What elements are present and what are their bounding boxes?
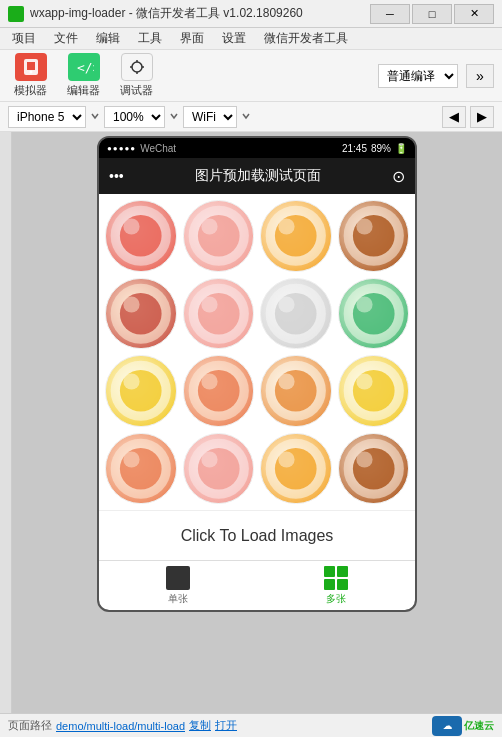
svg-point-32 <box>356 296 372 312</box>
single-icon <box>166 566 190 590</box>
svg-point-44 <box>356 373 372 389</box>
device-bar: iPhone 5 100% WiFi ◀ ▶ <box>0 102 502 132</box>
tab-multi[interactable]: 多张 <box>257 562 415 610</box>
time-display: 21:45 <box>342 143 367 154</box>
logo-icon: ☁ <box>432 716 462 736</box>
forward-button[interactable]: ▶ <box>470 106 494 128</box>
food-item-11 <box>260 355 332 427</box>
window-controls: ─ □ ✕ <box>370 4 494 24</box>
chevron-down-icon <box>90 109 100 125</box>
image-grid <box>99 194 415 510</box>
minimize-button[interactable]: ─ <box>370 4 410 24</box>
food-item-5 <box>105 278 177 350</box>
status-left: ●●●●● WeChat <box>107 143 342 154</box>
menu-item-工具[interactable]: 工具 <box>130 28 170 49</box>
svg-point-14 <box>201 218 217 234</box>
logo-area: ☁ 亿速云 <box>432 716 494 736</box>
multi-icon <box>324 566 348 590</box>
tab-single[interactable]: 单张 <box>99 562 257 610</box>
simulator-tool-button[interactable]: 模拟器 <box>8 49 53 102</box>
svg-point-4 <box>132 62 142 72</box>
svg-rect-1 <box>27 62 35 70</box>
open-button[interactable]: 打开 <box>215 718 237 733</box>
battery-indicator: 89% <box>371 143 391 154</box>
menu-item-项目[interactable]: 项目 <box>4 28 44 49</box>
svg-point-29 <box>278 296 294 312</box>
nav-bar: ••• 图片预加载测试页面 ⊙ <box>99 158 415 194</box>
compile-mode-select[interactable]: 普通编译 <box>378 64 458 88</box>
battery-icon: 🔋 <box>395 143 407 154</box>
page-path-label: 页面路径 <box>8 718 52 733</box>
close-button[interactable]: ✕ <box>454 4 494 24</box>
menu-item-设置[interactable]: 设置 <box>214 28 254 49</box>
app-name: WeChat <box>140 143 176 154</box>
device-select[interactable]: iPhone 5 <box>8 106 86 128</box>
food-item-4 <box>338 200 410 272</box>
tab-single-label: 单张 <box>168 592 188 606</box>
food-item-16 <box>338 433 410 505</box>
food-item-1 <box>105 200 177 272</box>
svg-point-11 <box>123 218 139 234</box>
food-item-3 <box>260 200 332 272</box>
food-item-6 <box>183 278 255 350</box>
editor-icon: </> <box>68 53 100 81</box>
food-item-15 <box>260 433 332 505</box>
left-sidebar <box>0 132 12 713</box>
logo-text: ☁ <box>443 721 452 731</box>
food-item-8 <box>338 278 410 350</box>
menu-item-文件[interactable]: 文件 <box>46 28 86 49</box>
svg-point-47 <box>123 451 139 467</box>
nav-title: 图片预加载测试页面 <box>124 167 392 185</box>
simulator-icon <box>15 53 47 81</box>
nav-more-icon[interactable]: ••• <box>109 168 124 184</box>
food-item-2 <box>183 200 255 272</box>
bottom-bar: 页面路径 demo/multi-load/multi-load 复制 打开 ☁ … <box>0 713 502 737</box>
food-item-10 <box>183 355 255 427</box>
menu-item-编辑[interactable]: 编辑 <box>88 28 128 49</box>
svg-text:</>: </> <box>77 60 94 75</box>
window-title: wxapp-img-loader - 微信开发者工具 v1.02.1809260 <box>30 5 370 22</box>
food-item-12 <box>338 355 410 427</box>
svg-point-38 <box>201 373 217 389</box>
app-icon <box>8 6 24 22</box>
svg-point-20 <box>356 218 372 234</box>
svg-point-26 <box>201 296 217 312</box>
svg-point-23 <box>123 296 139 312</box>
svg-point-2 <box>29 71 32 74</box>
simulator-label: 模拟器 <box>14 83 47 98</box>
load-images-button[interactable]: Click To Load Images <box>99 510 415 560</box>
nav-circle-icon[interactable]: ⊙ <box>392 167 405 186</box>
copy-button[interactable]: 复制 <box>189 718 211 733</box>
tab-bar: 单张 多张 <box>99 560 415 610</box>
svg-point-50 <box>201 451 217 467</box>
svg-point-35 <box>123 373 139 389</box>
svg-point-53 <box>278 451 294 467</box>
maximize-button[interactable]: □ <box>412 4 452 24</box>
svg-point-41 <box>278 373 294 389</box>
debug-label: 调试器 <box>120 83 153 98</box>
debug-icon <box>121 53 153 81</box>
main-area: ●●●●● WeChat 21:45 89% 🔋 ••• 图片预加载测试页面 ⊙ <box>0 132 502 713</box>
page-path-value: demo/multi-load/multi-load <box>56 720 185 732</box>
zoom-select[interactable]: 100% <box>104 106 165 128</box>
status-right: 21:45 89% 🔋 <box>342 143 407 154</box>
menu-bar: 项目文件编辑工具界面设置微信开发者工具 <box>0 28 502 50</box>
editor-label: 编辑器 <box>67 83 100 98</box>
food-item-13 <box>105 433 177 505</box>
menu-item-微信开发者工具[interactable]: 微信开发者工具 <box>256 28 356 49</box>
food-item-9 <box>105 355 177 427</box>
tab-multi-label: 多张 <box>326 592 346 606</box>
chevron-down-icon-2 <box>169 109 179 125</box>
more-tools-button[interactable]: » <box>466 64 494 88</box>
menu-item-界面[interactable]: 界面 <box>172 28 212 49</box>
network-select[interactable]: WiFi <box>183 106 237 128</box>
editor-tool-button[interactable]: </> 编辑器 <box>61 49 106 102</box>
title-bar: wxapp-img-loader - 微信开发者工具 v1.02.1809260… <box>0 0 502 28</box>
phone-container: ●●●●● WeChat 21:45 89% 🔋 ••• 图片预加载测试页面 ⊙ <box>12 132 502 713</box>
status-bar: ●●●●● WeChat 21:45 89% 🔋 <box>99 138 415 158</box>
phone-frame: ●●●●● WeChat 21:45 89% 🔋 ••• 图片预加载测试页面 ⊙ <box>97 136 417 612</box>
logo-label: 亿速云 <box>464 719 494 733</box>
debug-tool-button[interactable]: 调试器 <box>114 49 159 102</box>
back-button[interactable]: ◀ <box>442 106 466 128</box>
food-item-7 <box>260 278 332 350</box>
